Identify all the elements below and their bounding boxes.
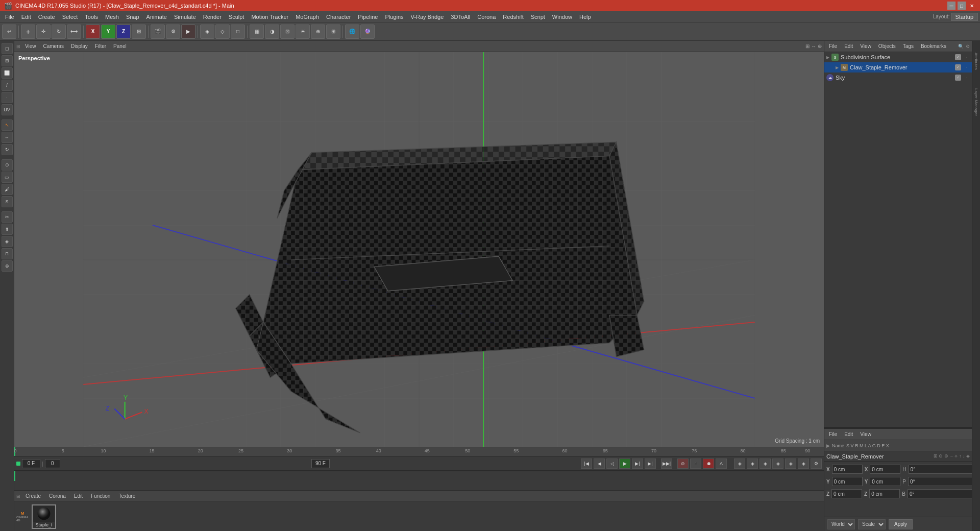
play-button[interactable]: ▶: [619, 458, 630, 469]
attr-z-pos[interactable]: [831, 489, 862, 498]
menu-script[interactable]: Script: [528, 13, 548, 21]
go-end-button[interactable]: ▶|: [645, 458, 656, 469]
render-settings-button[interactable]: ⚙: [166, 25, 180, 39]
attr-y-pos[interactable]: [832, 477, 863, 486]
scale-dropdown[interactable]: Scale: [858, 519, 886, 529]
lt-edge-mode[interactable]: /: [2, 80, 13, 91]
lt-mesh-mode[interactable]: ⊞: [2, 55, 13, 66]
grid-button[interactable]: ⊞: [326, 25, 340, 39]
obj-bookmarks-menu[interactable]: Bookmarks: [918, 43, 949, 50]
attr-edit-menu[interactable]: Edit: [842, 431, 855, 438]
light-button[interactable]: ☀: [296, 25, 310, 39]
attr-y-rot[interactable]: [870, 477, 900, 486]
keyframe-btn-3[interactable]: ◈: [760, 458, 771, 469]
menu-snap[interactable]: Snap: [123, 13, 142, 21]
mat-corona[interactable]: Corona: [46, 493, 69, 499]
vp-display-menu[interactable]: Display: [68, 43, 90, 50]
menu-animate[interactable]: Animate: [143, 13, 170, 21]
lt-poly-mode[interactable]: ⬜: [2, 67, 13, 79]
point-mode-button[interactable]: ◈: [200, 25, 214, 39]
poly-mode-button[interactable]: □: [231, 25, 245, 39]
obj-settings-icon[interactable]: ⚙: [966, 44, 970, 49]
lt-scale-tool[interactable]: ↔: [2, 132, 13, 143]
stop-button[interactable]: ◾: [690, 458, 701, 469]
undo-button[interactable]: ↩: [2, 25, 16, 39]
menu-redshift[interactable]: Redshift: [500, 13, 526, 21]
new-object-button[interactable]: +: [21, 25, 35, 39]
vp-panel-menu[interactable]: Panel: [111, 43, 129, 50]
snap-button[interactable]: ⊕: [311, 25, 325, 39]
menu-corona[interactable]: Corona: [474, 13, 499, 21]
menu-simulate[interactable]: Simulate: [171, 13, 199, 21]
viewport[interactable]: X Y Z Perspective Grid Spacing : 1 cm: [14, 52, 824, 447]
keyframe-btn-1[interactable]: ◈: [734, 458, 745, 469]
menu-tools[interactable]: Tools: [82, 13, 101, 21]
mat-texture[interactable]: Texture: [115, 493, 138, 499]
obj-row-claw[interactable]: ▶ M Claw_Staple_Remover ✓ ·: [824, 62, 972, 73]
display-mode-button[interactable]: ▦: [250, 25, 264, 39]
lt-model-mode[interactable]: ◻: [2, 43, 13, 54]
lt-bridge-tool[interactable]: ⊓: [2, 248, 13, 259]
keyframe-btn-5[interactable]: ◈: [785, 458, 796, 469]
obj-row-sky[interactable]: ☁ Sky ✓ ·: [824, 73, 972, 83]
lt-rect-select[interactable]: ▭: [2, 172, 13, 183]
menu-render[interactable]: Render: [200, 13, 225, 21]
frame-value-input[interactable]: [45, 459, 60, 468]
attr-h-rot[interactable]: [909, 465, 977, 474]
obj-lock-1[interactable]: ·: [964, 54, 970, 60]
mat-edit[interactable]: Edit: [71, 493, 86, 499]
lt-uvw-mode[interactable]: UV: [2, 104, 13, 115]
obj-edit-menu[interactable]: Edit: [842, 43, 855, 50]
lt-paint-select[interactable]: 🖌: [2, 184, 13, 195]
material-button[interactable]: 🔮: [360, 25, 375, 39]
lt-magnet-tool[interactable]: ⊕: [2, 260, 13, 272]
keyframe-btn-6[interactable]: ◈: [798, 458, 809, 469]
all-axes-button[interactable]: ⊞: [132, 25, 146, 39]
mat-function[interactable]: Function: [88, 493, 113, 499]
lt-knife-tool[interactable]: ✂: [2, 211, 13, 223]
lt-move-tool[interactable]: ↖: [2, 119, 13, 131]
obj-lock-3[interactable]: ·: [964, 75, 970, 81]
shading-button[interactable]: ◑: [265, 25, 279, 39]
obj-vis-1[interactable]: ✓: [955, 54, 961, 60]
menu-character[interactable]: Character: [323, 13, 354, 21]
play-back-button[interactable]: ◁: [606, 458, 618, 469]
attr-b-rot[interactable]: [908, 489, 976, 498]
menu-motiontracker[interactable]: Motion Tracker: [248, 13, 291, 21]
close-button[interactable]: ✕: [968, 2, 976, 10]
attr-file-menu[interactable]: File: [826, 431, 840, 438]
render-preview-button[interactable]: 🎬: [151, 25, 165, 39]
keyframe-btn-2[interactable]: ◈: [747, 458, 758, 469]
world-dropdown[interactable]: World: [827, 519, 855, 529]
step-fwd-button[interactable]: ▶|: [632, 458, 643, 469]
edge-mode-button[interactable]: ◇: [215, 25, 230, 39]
obj-objects-menu[interactable]: Objects: [876, 43, 898, 50]
apply-button[interactable]: Apply: [889, 519, 913, 529]
obj-vis-2[interactable]: ✓: [955, 64, 961, 70]
menu-help[interactable]: Help: [576, 13, 594, 21]
obj-row-subdivision[interactable]: ▶ S Subdivision Surface ✓ ·: [824, 52, 972, 62]
attr-p-rot[interactable]: [908, 477, 977, 486]
menu-create[interactable]: Create: [35, 13, 58, 21]
obj-vis-3[interactable]: ✓: [955, 75, 961, 81]
step-back-button[interactable]: ◀: [594, 458, 605, 469]
maximize-button[interactable]: □: [958, 2, 966, 10]
menu-plugins[interactable]: Plugins: [382, 13, 406, 21]
fr-attributes[interactable]: Attributes: [972, 41, 980, 82]
lt-bevel-tool[interactable]: ◈: [2, 236, 13, 247]
menu-pipeline[interactable]: Pipeline: [355, 13, 381, 21]
end-frame-input[interactable]: [311, 459, 330, 468]
menu-3dtoall[interactable]: 3DToAll: [448, 13, 473, 21]
menu-mesh[interactable]: Mesh: [102, 13, 122, 21]
lt-live-select[interactable]: ⊙: [2, 159, 13, 171]
fr-layer-manager[interactable]: Layer Manager: [972, 82, 980, 123]
layout-dropdown[interactable]: Startup: [951, 13, 978, 21]
go-end2-button[interactable]: ▶▶|: [661, 458, 672, 469]
attr-x-pos[interactable]: [832, 465, 863, 474]
obj-lock-2[interactable]: ·: [964, 64, 970, 70]
menu-edit[interactable]: Edit: [18, 13, 34, 21]
lt-extrude-tool[interactable]: ⬆: [2, 224, 13, 235]
minimize-button[interactable]: ─: [947, 2, 955, 10]
menu-select[interactable]: Select: [59, 13, 81, 21]
y-axis-button[interactable]: Y: [101, 25, 115, 39]
